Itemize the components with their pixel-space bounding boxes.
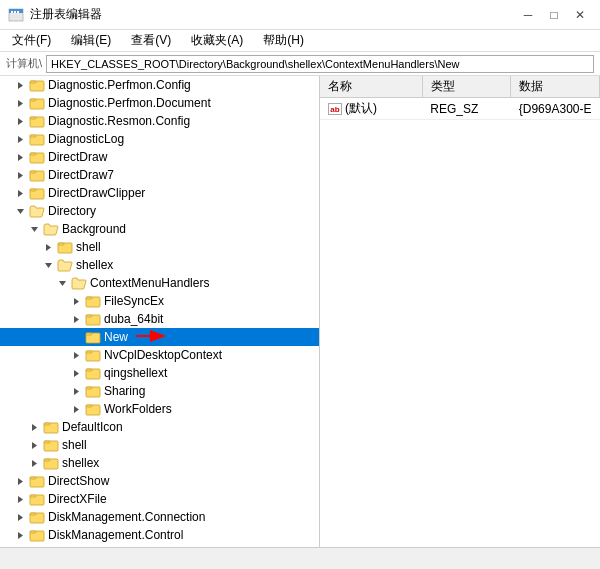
folder-icon-nvcp bbox=[85, 348, 101, 362]
svg-rect-47 bbox=[86, 369, 92, 371]
expand-icon-qing[interactable] bbox=[72, 369, 84, 378]
title-controls: ─ □ ✕ bbox=[516, 5, 592, 25]
tree-label-deficon: DefaultIcon bbox=[62, 420, 123, 434]
window-title: 注册表编辑器 bbox=[30, 6, 102, 23]
svg-rect-62 bbox=[44, 459, 50, 461]
tree-node-dx[interactable]: DirectXFile bbox=[0, 490, 319, 508]
expand-icon-diag3[interactable] bbox=[16, 117, 28, 126]
expand-icon-cmh[interactable] bbox=[58, 279, 70, 288]
menu-edit[interactable]: 编辑(E) bbox=[63, 30, 119, 51]
expand-icon-dx[interactable] bbox=[16, 495, 28, 504]
menu-favorites[interactable]: 收藏夹(A) bbox=[183, 30, 251, 51]
tree-pane[interactable]: Diagnostic.Perfmon.Config Diagnostic.Per… bbox=[0, 76, 320, 547]
expand-icon-fse[interactable] bbox=[72, 297, 84, 306]
svg-rect-59 bbox=[44, 441, 50, 443]
expand-icon-dmc[interactable] bbox=[16, 513, 28, 522]
tree-node-dmdo[interactable]: DiskManagement.DataObject bbox=[0, 544, 319, 547]
tree-node-diag4[interactable]: DiagnosticLog bbox=[0, 130, 319, 148]
folder-icon-cmh bbox=[71, 276, 87, 290]
svg-marker-27 bbox=[31, 227, 38, 232]
tree-node-bg[interactable]: Background bbox=[0, 220, 319, 238]
tree-node-ds[interactable]: DirectShow bbox=[0, 472, 319, 490]
tree-node-shell2[interactable]: shell bbox=[0, 436, 319, 454]
tree-label-dmco: DiskManagement.Control bbox=[48, 528, 183, 542]
tree-node-deficon[interactable]: DefaultIcon bbox=[0, 418, 319, 436]
expand-icon-diag4[interactable] bbox=[16, 135, 28, 144]
reg-name-cell: ab (默认) bbox=[320, 98, 422, 120]
minimize-button[interactable]: ─ bbox=[516, 5, 540, 25]
maximize-button[interactable]: □ bbox=[542, 5, 566, 25]
tree-label-dd1: DirectDraw bbox=[48, 150, 107, 164]
tree-node-dmco[interactable]: DiskManagement.Control bbox=[0, 526, 319, 544]
expand-icon-new[interactable] bbox=[72, 330, 84, 344]
col-type: 类型 bbox=[422, 76, 510, 98]
menu-help[interactable]: 帮助(H) bbox=[255, 30, 312, 51]
tree-node-diag1[interactable]: Diagnostic.Perfmon.Config bbox=[0, 76, 319, 94]
svg-marker-57 bbox=[32, 442, 37, 449]
expand-icon-deficon[interactable] bbox=[30, 423, 42, 432]
expand-icon-wf[interactable] bbox=[72, 405, 84, 414]
col-data: 数据 bbox=[511, 76, 600, 98]
tree-node-new[interactable]: New bbox=[0, 328, 319, 346]
svg-rect-2 bbox=[11, 11, 13, 13]
tree-label-cmh: ContextMenuHandlers bbox=[90, 276, 209, 290]
expand-icon-ds[interactable] bbox=[16, 477, 28, 486]
close-button[interactable]: ✕ bbox=[568, 5, 592, 25]
expand-icon-dmco[interactable] bbox=[16, 531, 28, 540]
tree-label-dmc: DiskManagement.Connection bbox=[48, 510, 205, 524]
tree-node-nvcp[interactable]: NvCplDesktopContext bbox=[0, 346, 319, 364]
registry-row[interactable]: ab (默认) REG_SZ{D969A300-E bbox=[320, 98, 600, 120]
tree-node-shell[interactable]: shell bbox=[0, 238, 319, 256]
tree-label-ds: DirectShow bbox=[48, 474, 109, 488]
expand-icon-bg[interactable] bbox=[30, 225, 42, 234]
tree-label-ddc: DirectDrawClipper bbox=[48, 186, 145, 200]
tree-node-duba[interactable]: duba_64bit bbox=[0, 310, 319, 328]
svg-rect-74 bbox=[30, 531, 36, 533]
expand-icon-duba[interactable] bbox=[72, 315, 84, 324]
svg-marker-11 bbox=[18, 118, 23, 125]
expand-icon-shellex2[interactable] bbox=[30, 459, 42, 468]
expand-icon-dir[interactable] bbox=[16, 207, 28, 216]
tree-node-ddc[interactable]: DirectDrawClipper bbox=[0, 184, 319, 202]
tree-label-diag4: DiagnosticLog bbox=[48, 132, 124, 146]
expand-icon-diag2[interactable] bbox=[16, 99, 28, 108]
tree-node-fse[interactable]: FileSyncEx bbox=[0, 292, 319, 310]
folder-icon-bg bbox=[43, 222, 59, 236]
folder-icon-diag2 bbox=[29, 96, 45, 110]
tree-node-shellex[interactable]: shellex bbox=[0, 256, 319, 274]
expand-icon-shell[interactable] bbox=[44, 243, 56, 252]
folder-icon-wf bbox=[85, 402, 101, 416]
tree-node-wf[interactable]: WorkFolders bbox=[0, 400, 319, 418]
expand-icon-ddc[interactable] bbox=[16, 189, 28, 198]
expand-icon-sharing[interactable] bbox=[72, 387, 84, 396]
tree-node-dd2[interactable]: DirectDraw7 bbox=[0, 166, 319, 184]
folder-icon-shell2 bbox=[43, 438, 59, 452]
tree-node-dmc[interactable]: DiskManagement.Connection bbox=[0, 508, 319, 526]
expand-icon-dd2[interactable] bbox=[16, 171, 28, 180]
expand-icon-dd1[interactable] bbox=[16, 153, 28, 162]
folder-icon-fse bbox=[85, 294, 101, 308]
tree-node-cmh[interactable]: ContextMenuHandlers bbox=[0, 274, 319, 292]
svg-marker-66 bbox=[18, 496, 23, 503]
expand-icon-diag1[interactable] bbox=[16, 81, 28, 90]
svg-marker-17 bbox=[18, 154, 23, 161]
svg-marker-48 bbox=[74, 388, 79, 395]
tree-node-sharing[interactable]: Sharing bbox=[0, 382, 319, 400]
tree-node-shellex2[interactable]: shellex bbox=[0, 454, 319, 472]
tree-node-dd1[interactable]: DirectDraw bbox=[0, 148, 319, 166]
expand-icon-shell2[interactable] bbox=[30, 441, 42, 450]
tree-node-diag3[interactable]: Diagnostic.Resmon.Config bbox=[0, 112, 319, 130]
svg-marker-33 bbox=[74, 298, 79, 305]
tree-node-qing[interactable]: qingshellext bbox=[0, 364, 319, 382]
menu-file[interactable]: 文件(F) bbox=[4, 30, 59, 51]
folder-icon-ddc bbox=[29, 186, 45, 200]
menu-view[interactable]: 查看(V) bbox=[123, 30, 179, 51]
tree-label-dir: Directory bbox=[48, 204, 96, 218]
tree-node-diag2[interactable]: Diagnostic.Perfmon.Document bbox=[0, 94, 319, 112]
address-value[interactable]: HKEY_CLASSES_ROOT\Directory\Background\s… bbox=[46, 55, 594, 73]
tree-node-dir[interactable]: Directory bbox=[0, 202, 319, 220]
svg-rect-53 bbox=[86, 405, 92, 407]
expand-icon-nvcp[interactable] bbox=[72, 351, 84, 360]
folder-icon-diag1 bbox=[29, 78, 45, 92]
expand-icon-shellex[interactable] bbox=[44, 261, 56, 270]
